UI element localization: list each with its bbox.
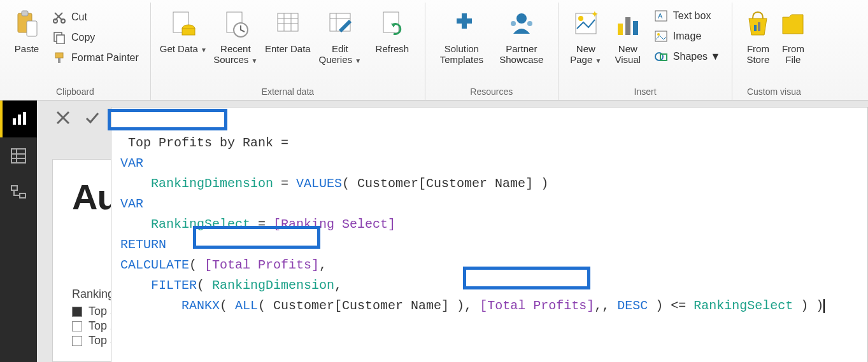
svg-rect-23 — [383, 12, 399, 32]
report-view-icon — [11, 111, 28, 127]
edit-queries-icon — [326, 8, 354, 41]
svg-rect-49 — [11, 186, 17, 190]
model-view-icon — [10, 184, 27, 201]
text-box-button[interactable]: A Text box — [651, 8, 723, 24]
solution-templates-label: Solution Templates — [433, 43, 490, 66]
svg-text:✦: ✦ — [591, 10, 599, 19]
ribbon-group-insert: ✦ New Page ▼ New Visual A Text box — [559, 3, 733, 100]
svg-rect-33 — [633, 21, 638, 35]
svg-rect-8 — [58, 58, 60, 63]
paste-button[interactable]: Paste — [6, 5, 47, 66]
svg-rect-2 — [27, 21, 37, 36]
data-view-icon — [10, 148, 27, 164]
svg-rect-31 — [618, 24, 623, 35]
enter-data-label: Enter Data — [265, 43, 311, 66]
from-store-button[interactable]: From Store — [739, 5, 777, 66]
svg-rect-43 — [18, 115, 21, 125]
shapes-label: Shapes ▼ — [673, 51, 721, 62]
svg-rect-44 — [23, 112, 26, 125]
shapes-button[interactable]: Shapes ▼ — [651, 48, 723, 65]
formula-commit-button[interactable] — [82, 107, 103, 129]
svg-rect-7 — [55, 53, 63, 58]
svg-point-3 — [53, 19, 57, 23]
check-icon — [84, 109, 101, 126]
svg-point-4 — [61, 19, 65, 23]
recent-sources-button[interactable]: Recent Sources ▼ — [210, 5, 262, 66]
copy-icon — [52, 31, 66, 45]
edit-queries-button[interactable]: Edit Queries ▼ — [314, 5, 366, 66]
format-painter-button[interactable]: Format Painter — [50, 50, 141, 66]
text-box-label: Text box — [673, 10, 711, 22]
from-store-icon — [744, 8, 772, 41]
highlight-box — [108, 109, 227, 130]
nav-report-view[interactable] — [0, 101, 37, 137]
nav-data-view[interactable] — [0, 137, 37, 174]
highlight-box — [463, 267, 590, 289]
solution-templates-icon — [447, 8, 476, 41]
ribbon: Paste Cut Copy — [0, 0, 868, 101]
svg-rect-41 — [758, 22, 760, 31]
svg-point-25 — [516, 13, 527, 24]
ribbon-group-clipboard: Paste Cut Copy — [0, 3, 151, 100]
format-painter-label: Format Painter — [71, 52, 139, 64]
recent-sources-label: Recent Sources ▼ — [211, 43, 260, 66]
refresh-label: Refresh — [376, 43, 409, 66]
svg-rect-45 — [11, 149, 25, 163]
svg-point-29 — [578, 16, 583, 21]
cut-button[interactable]: Cut — [50, 9, 141, 25]
refresh-button[interactable]: Refresh — [366, 5, 418, 66]
copy-button[interactable]: Copy — [50, 29, 141, 46]
copy-label: Copy — [71, 32, 95, 43]
ribbon-group-label: External data — [262, 85, 315, 100]
shapes-icon — [654, 50, 668, 64]
ribbon-group-external-data: Get Data ▼ Recent Sources ▼ Enter Data E… — [151, 3, 425, 100]
solution-templates-button[interactable]: Solution Templates — [432, 5, 492, 66]
measure-name: Top Profits by — [128, 136, 235, 150]
svg-point-37 — [657, 33, 660, 36]
from-file-button[interactable]: From File — [777, 5, 809, 66]
svg-rect-36 — [655, 31, 667, 41]
get-data-button[interactable]: Get Data ▼ — [157, 5, 210, 66]
svg-text:A: A — [658, 12, 663, 20]
ribbon-group-label: Clipboard — [56, 85, 94, 100]
new-page-button[interactable]: ✦ New Page ▼ — [565, 5, 607, 66]
format-painter-icon — [52, 51, 66, 65]
paste-icon — [14, 8, 39, 41]
svg-rect-1 — [22, 11, 28, 16]
cut-icon — [52, 10, 66, 24]
total-profits-ref-1: [Total Profits] — [204, 258, 319, 272]
image-icon — [654, 29, 668, 43]
ribbon-group-custom-visuals: From Store From File Custom visua — [732, 3, 815, 100]
ribbon-group-label: Insert — [634, 85, 657, 100]
new-visual-button[interactable]: New Visual — [607, 5, 649, 66]
recent-sources-icon — [222, 8, 250, 41]
total-profits-ref-2: [Total Profits] — [480, 298, 594, 313]
image-button[interactable]: Image — [651, 28, 723, 45]
left-nav — [0, 101, 37, 362]
refresh-icon — [378, 8, 406, 41]
from-file-label: From File — [778, 43, 808, 66]
ribbon-group-label: Resources — [470, 85, 513, 100]
svg-rect-15 — [278, 13, 298, 31]
nav-model-view[interactable] — [0, 174, 37, 211]
get-data-label: Get Data ▼ — [160, 43, 207, 66]
from-file-icon — [780, 8, 806, 41]
svg-rect-42 — [13, 118, 16, 125]
new-visual-label: New Visual — [608, 43, 648, 66]
partner-showcase-button[interactable]: Partner Showcase — [492, 5, 551, 66]
new-page-icon: ✦ — [572, 8, 600, 41]
svg-rect-12 — [182, 29, 195, 35]
svg-rect-50 — [20, 193, 25, 198]
partner-showcase-icon — [507, 8, 536, 41]
text-box-icon: A — [654, 9, 668, 23]
formula-bar: Top Profits by Rank = VAR RankingDimensi… — [52, 107, 868, 362]
svg-point-26 — [511, 21, 516, 26]
enter-data-button[interactable]: Enter Data — [262, 5, 314, 66]
text-cursor — [823, 299, 825, 313]
formula-cancel-button[interactable] — [52, 107, 74, 129]
formula-editor[interactable]: Top Profits by Rank = VAR RankingDimensi… — [111, 107, 868, 362]
svg-rect-40 — [754, 25, 757, 31]
new-visual-icon — [614, 8, 642, 41]
close-icon — [55, 109, 71, 126]
work-area: Aut Ranking Top 5 Top 20 Top 50 Randy Ha… — [37, 101, 868, 362]
